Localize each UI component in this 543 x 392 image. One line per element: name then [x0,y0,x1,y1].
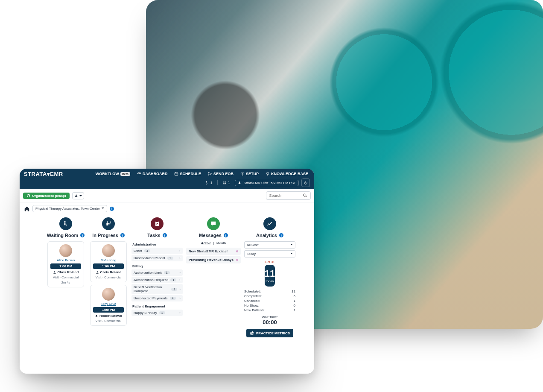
wait-duration: 2m 4s [61,281,70,284]
task-row[interactable]: Authorization Required1› [131,277,183,283]
search-icon [303,193,308,198]
stat-row: Completed:6 [244,294,295,298]
task-count: 1 [167,257,173,260]
task-count: 2 [171,288,177,291]
svg-point-4 [225,181,226,183]
patient-name-link[interactable]: Alice Brown [57,258,75,262]
appointment-time: 1:00 PM [50,263,81,269]
wheelchair-icon [205,181,209,185]
in-progress-header: In Progress i [92,233,125,238]
tasks-icon [151,217,163,230]
brand-logo: STRATA▾EMR [24,171,63,177]
chevron-down-icon [290,243,293,247]
messages-icon [207,217,220,230]
svg-point-11 [96,271,98,272]
user-icon [96,271,99,274]
current-user-chip[interactable]: StrataEMR Staff 5:23:53 PM PST [235,180,299,186]
search-input[interactable]: Search [266,191,311,200]
patient-card[interactable]: Tony Cruz 1:00 PM Robert Brown Visit - C… [90,285,127,326]
visit-type: Visit - Commercial [96,275,122,279]
workspace: Waiting Room i Alice Brown 1:00 PM Chris… [20,215,314,342]
info-icon[interactable]: i [279,233,283,237]
staff-select[interactable]: All Staff [244,241,295,249]
nav-dashboard[interactable]: DASHBOARD [135,170,169,177]
avatar [102,244,115,257]
task-count: 4 [170,297,176,300]
search-placeholder: Search [269,193,281,198]
column-in-progress: In Progress i Sofia King 1:00 PM Chris R… [89,216,128,328]
wait-time: Wait Time: 00:00 [262,315,277,325]
patient-name-link[interactable]: Sofia King [101,258,116,262]
svg-point-5 [239,181,240,183]
message-item[interactable]: Preventing Revenue Delays [186,256,241,263]
nav-setup[interactable]: SETUP [239,170,260,177]
info-icon[interactable]: i [163,233,167,237]
user-icon [238,181,241,184]
nav-send-eob[interactable]: SEND EOB [206,170,235,177]
appointment-time: 1:00 PM [93,307,124,313]
svg-point-12 [96,315,97,316]
column-messages: Messages i Active | Month New StrataEMR … [186,216,241,265]
chevron-right-icon: › [179,249,181,253]
task-row[interactable]: Other4› [131,248,183,254]
user-icon [95,314,98,318]
info-icon[interactable]: i [120,233,125,237]
analytics-stats: Scheduled:11 Completed:6 Cancelled:1 No-… [244,289,295,313]
nav-workflow[interactable]: WORKFLOW Beta [94,170,132,177]
avatar [102,288,115,301]
tab-active[interactable]: Active [201,241,211,245]
practice-metrics-button[interactable]: PRACTICE METRICS [246,329,293,337]
patient-card[interactable]: Sofia King 1:00 PM Chris Roland Visit - … [90,241,127,282]
task-group: Administrative Other4› Unscheduled Patie… [131,241,183,262]
gear-icon [240,172,245,176]
bulb-icon [266,172,270,176]
nav-knowledge-base[interactable]: KNOWLEDGE BASE [264,170,310,177]
wheelchair-count[interactable]: 1 [203,180,215,186]
svg-point-1 [242,173,243,175]
refresh-icon [26,194,30,198]
location-selector[interactable]: Physical Therapy Associates, Town Center [32,205,107,212]
stat-row: Cancelled:1 [244,298,295,303]
user-icon [53,271,56,274]
analytics-date: Oct 31 [265,260,275,264]
svg-point-7 [304,194,306,196]
task-row[interactable]: Authorization Limit1› [131,269,183,276]
stat-row: New Patients:1 [244,308,295,313]
task-row[interactable]: Uncollected Payments4› [131,295,183,301]
gauge-icon [137,172,141,176]
patient-card[interactable]: Alice Brown 1:00 PM Chris Roland Visit -… [47,241,84,287]
logout-button[interactable] [301,178,310,187]
subbar: Organization: peakpt Search [20,189,314,202]
task-count: 1 [164,271,170,274]
chevron-right-icon: › [179,256,181,260]
power-icon [304,181,308,185]
patient-name-link[interactable]: Tony Cruz [101,302,116,306]
task-row[interactable]: Unscheduled Patient1› [131,255,183,261]
people-icon [222,181,227,185]
organization-pill[interactable]: Organization: peakpt [23,193,70,199]
column-waiting-room: Waiting Room i Alice Brown 1:00 PM Chris… [46,216,85,290]
nav-schedule[interactable]: SCHEDULE [172,170,203,177]
messages-tabs: Active | Month [201,241,226,245]
task-group-title: Administrative [131,241,183,248]
workflow-beta-badge: Beta [120,172,130,176]
info-icon[interactable]: i [224,233,228,237]
in-progress-icon [102,217,115,230]
home-icon[interactable] [24,206,30,212]
provider-name: Chris Roland [96,270,122,274]
info-icon[interactable]: i [110,207,114,211]
calendar-icon [174,172,178,176]
svg-point-10 [107,221,108,222]
people-count[interactable]: 1 [220,180,232,186]
info-icon[interactable]: i [80,233,85,237]
task-group: Patient Engagement Happy Birthday1› [131,303,183,317]
svg-point-9 [54,271,55,272]
user-quick-dropdown[interactable] [72,192,84,199]
range-select[interactable]: Today [244,250,295,257]
task-row[interactable]: Happy Birthday1› [131,310,183,316]
analytics-icon [263,217,276,230]
user-icon [74,194,78,198]
tab-month[interactable]: Month [216,241,226,245]
task-row[interactable]: Benefit Verification Complete2› [131,284,183,294]
message-item[interactable]: New StrataEMR Update! [186,248,241,255]
